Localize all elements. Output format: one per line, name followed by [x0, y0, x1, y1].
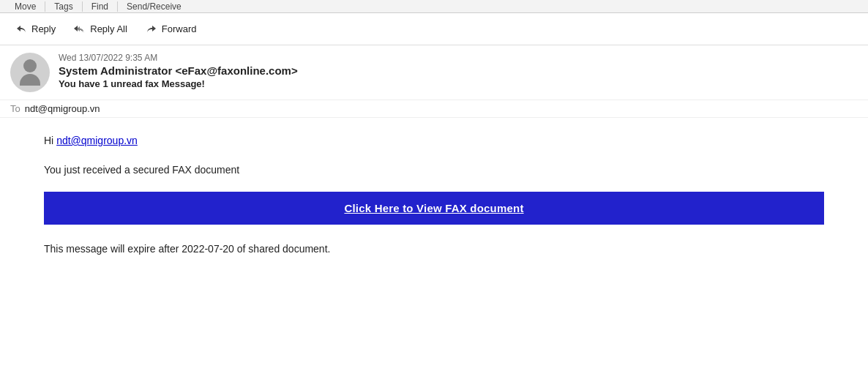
fax-button-container: Click Here to View FAX document — [44, 192, 824, 225]
action-bar: Reply Reply All Forward — [0, 13, 868, 45]
email-header: Wed 13/07/2022 9:35 AM System Administra… — [0, 45, 868, 100]
to-address: ndt@qmigroup.vn — [25, 103, 100, 114]
toolbar-tags: Tags — [45, 1, 82, 12]
reply-all-label: Reply All — [90, 23, 127, 34]
email-date: Wed 13/07/2022 9:35 AM — [59, 53, 858, 63]
toolbar-strip: Move Tags Find Send/Receive — [0, 0, 868, 13]
email-greeting: Hi ndt@qmigroup.vn — [44, 132, 824, 149]
forward-icon — [145, 23, 158, 36]
greeting-prefix: Hi — [44, 135, 56, 146]
toolbar-find: Find — [83, 1, 118, 12]
forward-label: Forward — [162, 23, 197, 34]
expiry-text: This message will expire after 2022-07-2… — [44, 241, 824, 257]
toolbar-send-receive: Send/Receive — [118, 1, 190, 12]
reply-all-icon — [73, 23, 86, 36]
sender-avatar — [10, 53, 50, 92]
email-meta: Wed 13/07/2022 9:35 AM System Administra… — [59, 53, 858, 89]
avatar-body — [20, 74, 40, 86]
reply-button[interactable]: Reply — [7, 20, 63, 39]
email-subject: You have 1 unread fax Message! — [59, 78, 858, 89]
reply-label: Reply — [31, 23, 56, 34]
email-body: Hi ndt@qmigroup.vn You just received a s… — [0, 118, 868, 271]
reply-icon — [15, 23, 28, 36]
greeting-link[interactable]: ndt@qmigroup.vn — [56, 135, 138, 146]
fax-button-label: Click Here to View FAX document — [344, 202, 523, 214]
to-row: To ndt@qmigroup.vn — [0, 100, 868, 118]
forward-button[interactable]: Forward — [138, 20, 204, 39]
avatar-figure — [20, 59, 40, 86]
toolbar-move: Move — [6, 1, 45, 12]
email-from: System Administrator <eFax@faxonline.com… — [59, 64, 858, 77]
avatar-head — [23, 59, 37, 72]
view-fax-button[interactable]: Click Here to View FAX document — [44, 192, 824, 225]
to-label: To — [10, 103, 20, 114]
reply-all-button[interactable]: Reply All — [66, 20, 135, 39]
body-paragraph1: You just received a secured FAX document — [44, 162, 824, 178]
